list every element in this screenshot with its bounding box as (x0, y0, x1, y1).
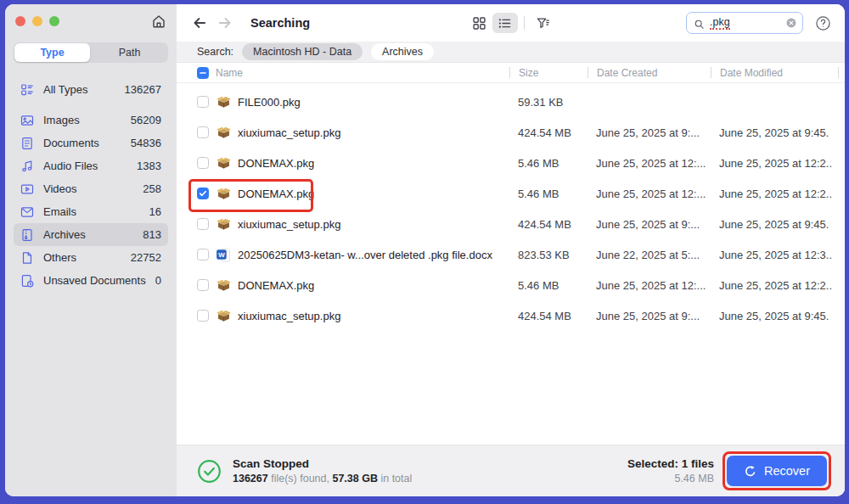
status-bar: Scan Stopped 136267 file(s) found, 57.38… (177, 445, 845, 496)
recover-button[interactable]: Recover (727, 456, 827, 486)
column-header-size[interactable]: Size (509, 67, 588, 78)
column-header-name[interactable]: Name (216, 67, 509, 79)
column-header-date-created[interactable]: Date Created (588, 67, 711, 78)
clear-search-icon[interactable] (785, 17, 797, 29)
file-name: DONEMAX.pkg (238, 279, 509, 292)
file-name: DONEMAX.pkg (238, 157, 509, 170)
select-all-checkbox[interactable] (197, 67, 209, 79)
list-view-icon[interactable] (492, 13, 518, 33)
file-date-modified: June 25, 2025 at 9:45. (711, 126, 838, 139)
row-checkbox[interactable] (197, 126, 209, 138)
selected-count: Selected: 1 files (627, 457, 714, 470)
file-name: 20250625DM3-ketan- w...over deleted .pkg… (238, 249, 509, 261)
pkg-file-icon (216, 125, 232, 141)
table-row[interactable]: xiuxiumac_setup.pkg 424.54 MB June 25, 2… (177, 209, 845, 239)
table-row[interactable]: DONEMAX.pkg 5.46 MB June 25, 2025 at 12:… (177, 178, 845, 209)
sidebar-item-all-types[interactable]: All Types 136267 (14, 78, 168, 101)
row-checkbox[interactable] (197, 249, 209, 260)
file-name: xiuxiumac_setup.pkg (238, 310, 509, 322)
row-checkbox[interactable] (197, 157, 209, 169)
view-toggle-group (467, 13, 556, 33)
file-date-created: June 25, 2025 at 12:... (588, 279, 711, 292)
toolbar-divider (524, 16, 525, 30)
file-size: 5.46 MB (509, 279, 588, 292)
file-date-modified: June 25, 2025 at 12:2.. (711, 188, 838, 200)
app-window: Type Path All Types 136267 Images 56209 … (5, 4, 845, 496)
sidebar-item-count: 16 (149, 205, 161, 218)
sidebar-item-documents[interactable]: Documents 54836 (14, 132, 168, 154)
file-name: DONEMAX.pkg (238, 188, 509, 200)
files-found-text: file(s) found, (268, 473, 333, 484)
sidebar-item-videos[interactable]: Videos 258 (14, 177, 168, 200)
sidebar-item-count: 54836 (131, 137, 161, 149)
row-checkbox[interactable] (197, 218, 209, 230)
sidebar-mode-tabs: Type Path (14, 42, 168, 63)
sidebar-item-audio-files[interactable]: Audio Files 1383 (14, 154, 168, 177)
table-row[interactable]: DONEMAX.pkg 5.46 MB June 25, 2025 at 12:… (177, 270, 845, 300)
search-value: .pkg (710, 16, 730, 30)
help-icon[interactable] (815, 15, 831, 31)
row-checkbox[interactable] (197, 96, 209, 108)
tab-path[interactable]: Path (92, 43, 167, 62)
sidebar-item-images[interactable]: Images 56209 (14, 109, 168, 132)
file-date-created: June 22, 2025 at 5:... (588, 249, 711, 261)
sidebar-item-label: Emails (43, 205, 76, 218)
file-date-modified: June 25, 2025 at 12:3.. (711, 249, 838, 261)
total-size-text: in total (378, 473, 412, 484)
sidebar-item-count: 1383 (137, 160, 161, 172)
row-checkbox[interactable] (197, 279, 209, 291)
selection-summary: Selected: 1 files 5.46 MB (627, 457, 714, 484)
filter-icon[interactable] (531, 13, 556, 33)
column-header-end-divider (838, 67, 845, 78)
page-title: Searching (250, 16, 310, 30)
recover-button-label: Recover (764, 464, 810, 478)
pkg-file-icon (216, 94, 232, 110)
row-checkbox[interactable] (197, 310, 209, 322)
scan-status-detail: 136267 file(s) found, 57.38 GB in total (233, 473, 412, 484)
sidebar-item-count: 0 (155, 274, 161, 287)
scope-chip-category[interactable]: Archives (371, 43, 434, 60)
scan-complete-check-icon (197, 459, 222, 484)
zoom-window-button[interactable] (49, 16, 59, 26)
minimize-window-button[interactable] (32, 16, 42, 26)
search-scope-bar: Search: Macintosh HD - Data Archives (177, 42, 845, 63)
search-input[interactable]: .pkg (686, 12, 803, 34)
search-icon (694, 18, 705, 29)
grid-view-icon[interactable] (467, 13, 492, 33)
file-type-list: All Types 136267 Images 56209 Documents … (14, 78, 168, 292)
tab-type[interactable]: Type (14, 43, 90, 62)
home-icon[interactable] (151, 14, 166, 29)
scope-chip-volume[interactable]: Macintosh HD - Data (242, 43, 363, 60)
search-scope-label: Search: (197, 46, 233, 58)
back-icon[interactable] (191, 14, 208, 31)
table-row[interactable]: xiuxiumac_setup.pkg 424.54 MB June 25, 2… (177, 117, 845, 148)
images-icon (20, 114, 34, 127)
sidebar-item-label: Others (43, 251, 76, 264)
archives-icon (20, 228, 34, 242)
audio-files-icon (20, 160, 34, 173)
sidebar-item-count: 136267 (125, 83, 161, 96)
table-row[interactable]: DONEMAX.pkg 5.46 MB June 25, 2025 at 12:… (177, 148, 845, 178)
sidebar-item-label: Videos (43, 182, 77, 195)
sidebar-item-unsaved-documents[interactable]: Unsaved Documents 0 (14, 269, 168, 292)
file-date-created: June 25, 2025 at 9:... (588, 310, 711, 322)
file-date-modified: June 25, 2025 at 9:45. (711, 310, 838, 322)
row-checkbox[interactable] (197, 188, 209, 199)
table-row[interactable]: W 20250625DM3-ketan- w...over deleted .p… (177, 239, 845, 270)
file-date-created: June 25, 2025 at 9:... (588, 126, 711, 139)
pkg-file-icon (216, 216, 232, 232)
sidebar-item-emails[interactable]: Emails 16 (14, 200, 168, 223)
table-row[interactable]: FILE000.pkg 59.31 KB (177, 87, 845, 117)
column-header-date-modified[interactable]: Date Modified (711, 67, 838, 78)
forward-icon[interactable] (216, 14, 233, 31)
recover-icon (744, 465, 756, 478)
sidebar-item-others[interactable]: Others 22752 (14, 246, 168, 269)
toolbar: Searching .pkg (177, 4, 845, 42)
table-row[interactable]: xiuxiumac_setup.pkg 424.54 MB June 25, 2… (177, 300, 845, 331)
file-size: 424.54 MB (509, 126, 588, 139)
file-date-created: June 25, 2025 at 12:... (588, 157, 711, 170)
sidebar-titlebar (14, 4, 168, 38)
sidebar-item-archives[interactable]: Archives 813 (14, 223, 168, 246)
close-window-button[interactable] (15, 16, 25, 26)
sidebar-item-label: Audio Files (43, 160, 98, 172)
